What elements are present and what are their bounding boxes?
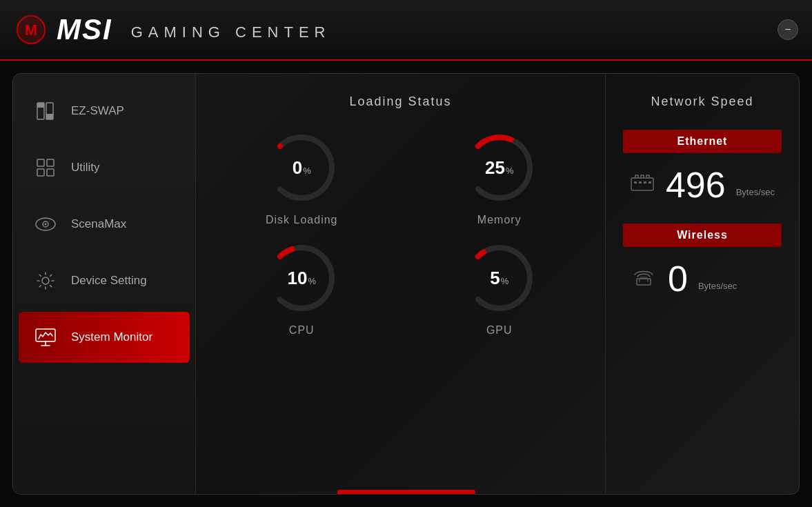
main-content: EZ-SWAP Utility ScenaMax xyxy=(12,73,800,495)
svg-rect-30 xyxy=(640,277,647,279)
gauge-value-disk: 0% xyxy=(293,157,311,179)
svg-rect-26 xyxy=(639,181,642,183)
wireless-unit: Bytes/sec xyxy=(698,281,737,297)
ethernet-unit: Bytes/sec xyxy=(736,187,775,203)
wireless-value-row: 0 Bytes/sec xyxy=(623,261,782,297)
svg-rect-25 xyxy=(634,181,637,183)
wireless-value: 0 xyxy=(668,261,688,297)
wireless-label: Wireless xyxy=(623,223,782,247)
gauge-ring-memory: 25% xyxy=(462,130,537,206)
grid-icon xyxy=(32,98,59,124)
app-title: MSI xyxy=(57,15,112,44)
svg-rect-4 xyxy=(37,103,44,108)
gauge-value-gpu: 5% xyxy=(490,268,508,289)
sidebar-label-ez-swap: EZ-SWAP xyxy=(71,104,124,118)
eye-icon xyxy=(32,211,59,237)
wireless-icon xyxy=(630,266,657,291)
gauge-memory: 25% Memory xyxy=(462,130,537,226)
network-speed-panel: Network Speed Ethernet xyxy=(606,74,799,494)
sidebar-item-device-setting[interactable]: Device Setting xyxy=(19,255,190,306)
gauges-grid: 0% Disk Loading 25% xyxy=(217,130,584,337)
gauge-value-memory: 25% xyxy=(485,157,513,179)
title-bar: M MSI GAMING CENTER − xyxy=(0,0,812,61)
svg-rect-24 xyxy=(631,178,653,190)
svg-rect-7 xyxy=(37,159,44,166)
svg-point-14 xyxy=(42,277,49,284)
loading-status-panel: Loading Status 0% xyxy=(196,74,606,494)
sidebar-item-system-monitor[interactable]: System Monitor xyxy=(19,312,190,363)
gauge-ring-cpu: 10% xyxy=(264,240,339,316)
ethernet-label: Ethernet xyxy=(623,130,782,153)
sidebar: EZ-SWAP Utility ScenaMax xyxy=(13,74,196,494)
svg-rect-29 xyxy=(637,279,651,285)
network-speed-title: Network Speed xyxy=(623,95,782,109)
sidebar-label-device-setting: Device Setting xyxy=(71,274,147,288)
sidebar-item-utility[interactable]: Utility xyxy=(19,142,190,193)
svg-rect-10 xyxy=(47,169,54,176)
gauge-ring-gpu: 5% xyxy=(462,240,537,316)
msi-dragon-icon: M xyxy=(14,12,48,47)
minimize-button[interactable]: − xyxy=(778,19,798,40)
gauge-disk: 0% Disk Loading xyxy=(264,130,339,226)
monitor-icon xyxy=(32,324,59,350)
ethernet-card: Ethernet 496 Bytes/sec xyxy=(623,130,782,203)
svg-point-13 xyxy=(45,223,47,226)
msi-logo: M MSI GAMING CENTER xyxy=(14,12,330,47)
gear-icon xyxy=(32,268,59,294)
sidebar-label-system-monitor: System Monitor xyxy=(71,330,152,344)
apps-icon xyxy=(32,155,59,181)
svg-rect-28 xyxy=(648,181,651,183)
sidebar-item-ez-swap[interactable]: EZ-SWAP xyxy=(19,86,190,137)
sidebar-label-scenamax: ScenaMax xyxy=(71,217,126,231)
ethernet-icon xyxy=(630,172,655,197)
gauge-value-cpu: 10% xyxy=(288,268,316,289)
gauge-cpu: 10% CPU xyxy=(264,240,339,337)
wireless-card: Wireless 0 Bytes/sec xyxy=(623,223,782,297)
gauge-gpu: 5% GPU xyxy=(462,240,537,337)
svg-rect-27 xyxy=(644,181,646,183)
app-subtitle: GAMING CENTER xyxy=(131,23,331,41)
right-panel: Loading Status 0% xyxy=(196,74,799,494)
ethernet-value-row: 496 Bytes/sec xyxy=(623,167,782,203)
svg-rect-8 xyxy=(47,159,54,166)
ethernet-value: 496 xyxy=(666,167,726,203)
sidebar-label-utility: Utility xyxy=(71,161,100,175)
svg-rect-6 xyxy=(46,114,53,119)
gauge-ring-disk: 0% xyxy=(264,130,339,206)
svg-rect-9 xyxy=(37,169,44,176)
svg-text:M: M xyxy=(25,21,37,39)
sidebar-item-scenamax[interactable]: ScenaMax xyxy=(19,199,190,250)
loading-status-title: Loading Status xyxy=(217,95,584,109)
